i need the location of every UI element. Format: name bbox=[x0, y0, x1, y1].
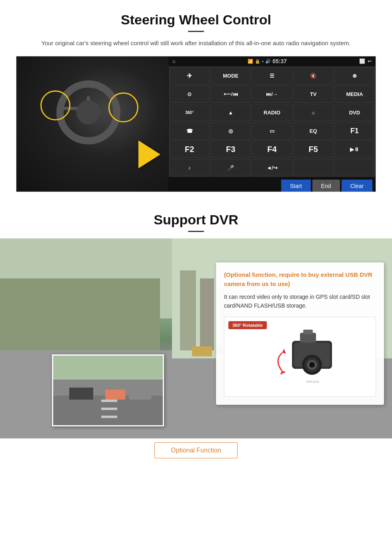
svg-rect-1 bbox=[0, 278, 160, 358]
f3-btn[interactable]: F3 bbox=[210, 140, 251, 158]
eq-btn[interactable]: EQ bbox=[293, 122, 334, 140]
panel-bottom: Start End Clear bbox=[168, 177, 376, 192]
f2-label: F2 bbox=[185, 145, 194, 154]
svg-rect-8 bbox=[180, 270, 196, 350]
dvr-title: Support DVR bbox=[0, 212, 392, 228]
media-btn[interactable]: MEDIA bbox=[334, 85, 375, 103]
brightness-btn[interactable]: ☼ bbox=[293, 104, 334, 121]
screen-btn[interactable]: ▭ bbox=[252, 122, 292, 140]
wheel-center bbox=[76, 100, 100, 124]
highlight-right bbox=[108, 92, 138, 122]
f5-label: F5 bbox=[309, 145, 318, 154]
playpause-btn[interactable]: ▶⏸ bbox=[334, 140, 375, 158]
end-button[interactable]: End bbox=[312, 180, 340, 192]
button-grid: ✈ MODE ☰ 🔇 ⊕ ⊙ ⟵/⏮ ⏭/→ TV MEDIA 360° ▲ R… bbox=[168, 66, 376, 177]
dvr-info-card: (Optional function, require to buy exter… bbox=[216, 262, 384, 405]
steering-section: Steering Wheel Control Your original car… bbox=[0, 0, 392, 200]
svg-rect-30 bbox=[303, 330, 313, 334]
phone-icon: ☎ bbox=[186, 128, 193, 134]
camera360-icon: 360° bbox=[185, 110, 194, 115]
dvr-thumbnail bbox=[52, 354, 164, 426]
status-time: 05:37 bbox=[272, 58, 287, 64]
svg-rect-20 bbox=[69, 388, 93, 400]
camera360-btn[interactable]: 360° bbox=[169, 104, 210, 121]
tv-label: TV bbox=[310, 91, 317, 97]
mode-btn[interactable]: MODE bbox=[210, 67, 251, 84]
web-btn[interactable]: ◎ bbox=[210, 122, 251, 140]
music-icon: ♪ bbox=[188, 165, 191, 171]
web-icon: ◎ bbox=[228, 128, 233, 134]
title-divider bbox=[188, 31, 204, 32]
media-label: MEDIA bbox=[346, 91, 363, 97]
svg-rect-11 bbox=[192, 346, 212, 356]
mic-btn[interactable]: 🎤 bbox=[210, 159, 251, 176]
dvr-desc-text: It can record video only to storage in G… bbox=[224, 292, 376, 310]
steering-panel: ⌂ 📶 🔒 ▪ 🔊 05:37 ⬜ ↩ ✈ MODE bbox=[16, 56, 376, 192]
mute-icon: 🔇 bbox=[310, 73, 316, 79]
status-icons: 📶 🔒 ▪ 🔊 05:37 bbox=[248, 58, 287, 64]
playpause-icon: ▶⏸ bbox=[350, 146, 359, 152]
dvr-background-photo: (Optional function, require to buy exter… bbox=[0, 238, 392, 438]
mic-icon: 🎤 bbox=[228, 165, 234, 171]
dvr-optional-text: (Optional function, require to buy exter… bbox=[224, 270, 376, 288]
svg-rect-22 bbox=[129, 388, 151, 400]
radio-btn[interactable]: RADIO bbox=[252, 104, 292, 121]
thumbnail-svg bbox=[53, 356, 164, 426]
rewind-icon: ⟵/⏮ bbox=[224, 91, 238, 97]
phone-btn[interactable]: ☎ bbox=[169, 122, 210, 140]
settings-icon: ⊙ bbox=[187, 91, 192, 97]
f5-btn[interactable]: F5 bbox=[293, 140, 334, 158]
brightness-icon: ☼ bbox=[311, 110, 316, 116]
f4-label: F4 bbox=[267, 145, 276, 154]
eq-label: EQ bbox=[310, 128, 317, 134]
optional-function-button[interactable]: Optional Function bbox=[154, 442, 237, 458]
navigation-icon: ✈ bbox=[187, 72, 192, 80]
dvr-camera-box: 360° Rotatable bbox=[224, 317, 376, 397]
mute-btn[interactable]: 🔇 bbox=[293, 67, 334, 84]
menu-icon: ☰ bbox=[270, 73, 274, 79]
svg-rect-17 bbox=[101, 400, 117, 402]
svg-rect-19 bbox=[101, 416, 117, 418]
apps-icon: ⊕ bbox=[352, 73, 357, 79]
f1-label: F1 bbox=[350, 127, 359, 135]
wifi-icon: 📶 bbox=[248, 59, 253, 64]
camera-illustration: Seicane bbox=[260, 325, 340, 389]
svg-rect-9 bbox=[200, 278, 214, 350]
rotatable-badge: 360° Rotatable bbox=[228, 321, 267, 329]
prev-next-icon: ◄/↪ bbox=[266, 165, 277, 171]
dvr-section: Support DVR bbox=[0, 200, 392, 466]
steering-wheel-photo bbox=[16, 56, 168, 192]
music-btn[interactable]: ♪ bbox=[169, 159, 210, 176]
steering-title: Steering Wheel Control bbox=[16, 12, 376, 28]
start-button[interactable]: Start bbox=[281, 180, 311, 192]
optional-function-row: Optional Function bbox=[0, 438, 392, 466]
eject-icon: ▲ bbox=[228, 110, 233, 116]
eject-btn[interactable]: ▲ bbox=[210, 104, 251, 121]
f2-btn[interactable]: F2 bbox=[169, 140, 210, 158]
dvd-btn[interactable]: DVD bbox=[334, 104, 375, 121]
empty1 bbox=[293, 159, 334, 176]
back-icon: ↩ bbox=[368, 58, 372, 64]
forward-btn[interactable]: ⏭/→ bbox=[252, 85, 292, 103]
window-icon: ⬜ bbox=[359, 58, 365, 64]
dvr-title-divider bbox=[188, 231, 204, 232]
tv-btn[interactable]: TV bbox=[293, 85, 334, 103]
control-panel: ⌂ 📶 🔒 ▪ 🔊 05:37 ⬜ ↩ ✈ MODE bbox=[168, 56, 376, 192]
rewind-btn[interactable]: ⟵/⏮ bbox=[210, 85, 251, 103]
settings-btn[interactable]: ⊙ bbox=[169, 85, 210, 103]
forward-icon: ⏭/→ bbox=[266, 91, 278, 97]
f4-btn[interactable]: F4 bbox=[252, 140, 292, 158]
radio-label: RADIO bbox=[264, 110, 280, 116]
empty2 bbox=[334, 159, 375, 176]
nav-btn[interactable]: ✈ bbox=[169, 67, 210, 84]
f1-btn[interactable]: F1 bbox=[334, 122, 375, 140]
apps-btn[interactable]: ⊕ bbox=[334, 67, 375, 84]
steering-subtitle: Your original car's steering wheel contr… bbox=[16, 38, 376, 48]
highlight-left bbox=[40, 90, 70, 120]
battery-icon: ▪ bbox=[262, 59, 264, 64]
prev-next-btn[interactable]: ◄/↪ bbox=[252, 159, 292, 176]
status-left: ⌂ bbox=[172, 58, 175, 64]
svg-rect-18 bbox=[101, 408, 117, 410]
menu-btn[interactable]: ☰ bbox=[252, 67, 292, 84]
clear-button[interactable]: Clear bbox=[342, 180, 372, 192]
